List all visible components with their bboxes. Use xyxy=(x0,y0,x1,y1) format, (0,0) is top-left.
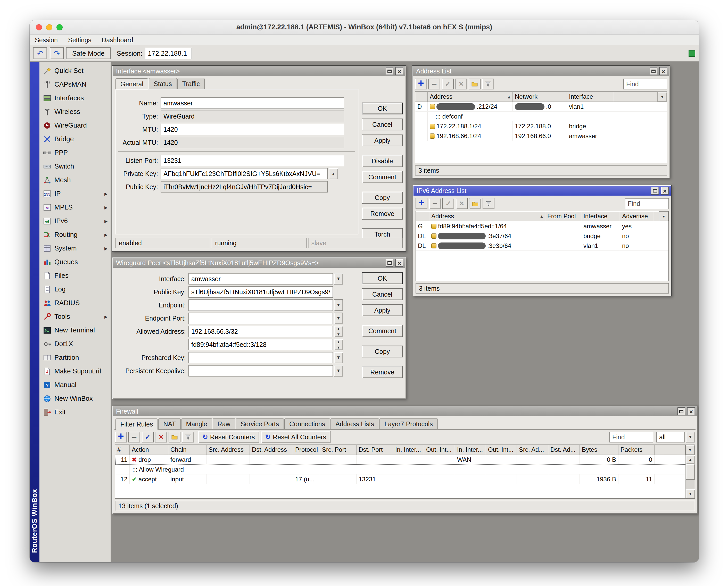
reset-counters-button[interactable]: Reset Counters xyxy=(198,431,259,443)
firewall-close-button[interactable] xyxy=(687,407,695,415)
comment-entry-button[interactable] xyxy=(469,79,480,89)
ok-button[interactable]: OK xyxy=(362,272,403,284)
out-interface-list-column-header[interactable]: Out. Int... xyxy=(486,445,517,455)
endpoint-dropdown-button[interactable] xyxy=(334,299,343,311)
remove-entry-button[interactable] xyxy=(428,79,440,89)
add-button[interactable] xyxy=(416,198,427,209)
sidebar-item-capsman[interactable]: CAPsMAN xyxy=(40,78,111,91)
peer-restore-button[interactable] xyxy=(386,259,393,267)
address-column-header[interactable]: Address xyxy=(429,211,545,221)
interface-window-titlebar[interactable]: Interface <amwasser> xyxy=(113,66,405,76)
num-column-header[interactable]: # xyxy=(115,445,130,455)
dst-address-column-header[interactable]: Dst. Address xyxy=(250,445,293,455)
comment-row[interactable]: ;;; defconf xyxy=(415,112,667,122)
in-interface-column-header[interactable]: In. Inter... xyxy=(393,445,424,455)
tab-address-lists[interactable]: Address Lists xyxy=(331,418,379,429)
disable-entry-button[interactable] xyxy=(456,198,468,209)
sidebar-item-ipv6[interactable]: v6IPv6 xyxy=(40,214,111,228)
address-row[interactable]: D .212/24 .0 vlan1 xyxy=(415,102,667,112)
remove-button[interactable]: Remove xyxy=(362,208,403,219)
mac-minimize-button[interactable] xyxy=(46,24,52,30)
mac-titlebar[interactable]: admin@172.22.188.1 (ARTEMIS) - WinBox (6… xyxy=(30,20,699,34)
ipv6-address-row[interactable]: G fd89:94bf:afa4:f5ed::1/64 amwasser yes xyxy=(416,221,669,231)
sidebar-item-mesh[interactable]: Mesh xyxy=(40,173,111,187)
sidebar-item-manual[interactable]: ?Manual xyxy=(40,378,111,392)
reset-all-counters-button[interactable]: Reset All Counters xyxy=(261,431,331,443)
interface-dropdown-button[interactable] xyxy=(334,273,343,285)
protocol-column-header[interactable]: Protocol xyxy=(293,445,320,455)
interface-column-header[interactable]: Interface xyxy=(581,211,620,221)
bytes-column-header[interactable]: Bytes xyxy=(580,445,619,455)
tab-general[interactable]: General xyxy=(115,78,148,89)
ipv6-address-row[interactable]: DL :3e3b/64 vlan1 no xyxy=(416,241,669,251)
address-list-titlebar[interactable]: Address List xyxy=(413,66,669,76)
allowed-address-input-2[interactable] xyxy=(188,339,333,350)
sidebar-item-system[interactable]: System xyxy=(40,241,111,255)
cancel-button[interactable]: Cancel xyxy=(362,288,403,300)
sidebar-item-switch[interactable]: Switch xyxy=(40,160,111,173)
sidebar-item-queues[interactable]: Queues xyxy=(40,255,111,269)
scroll-down-button[interactable] xyxy=(686,489,695,498)
ipv6-find-input[interactable] xyxy=(625,198,669,209)
scroll-thumb[interactable] xyxy=(686,464,695,480)
redo-button[interactable]: ↷ xyxy=(50,47,64,59)
tab-filter-rules[interactable]: Filter Rules xyxy=(115,419,158,430)
tab-layer7-protocols[interactable]: Layer7 Protocols xyxy=(380,418,438,429)
enable-rule-button[interactable] xyxy=(142,432,154,443)
scroll-up-button[interactable] xyxy=(686,455,695,464)
firewall-find-input[interactable] xyxy=(609,432,653,443)
sidebar-item-new-winbox[interactable]: New WinBox xyxy=(40,392,111,405)
filter-rules-button[interactable] xyxy=(182,432,194,443)
cancel-button[interactable]: Cancel xyxy=(362,118,403,130)
sidebar-item-tools[interactable]: Tools xyxy=(40,310,111,323)
firewall-restore-button[interactable] xyxy=(677,407,685,415)
allowed-address-spinner-1[interactable] xyxy=(334,326,343,337)
flag-column-header[interactable] xyxy=(416,211,429,221)
ok-button[interactable]: OK xyxy=(362,103,403,114)
allowed-address-input-1[interactable] xyxy=(188,326,333,337)
ipv6-address-row[interactable]: DL :3e37/64 bridge no xyxy=(416,231,669,241)
ipv6-list-titlebar[interactable]: IPv6 Address List xyxy=(414,186,671,195)
add-rule-button[interactable] xyxy=(115,432,127,443)
network-column-header[interactable]: Network xyxy=(513,92,567,102)
tab-traffic[interactable]: Traffic xyxy=(177,78,205,89)
copy-button[interactable]: Copy xyxy=(362,192,403,204)
address-row[interactable]: 172.22.188.1/24 172.22.188.0 bridge xyxy=(415,122,667,131)
name-input[interactable] xyxy=(161,98,344,109)
comment-button[interactable]: Comment xyxy=(362,325,403,337)
address-find-input[interactable] xyxy=(623,79,667,89)
address-list-restore-button[interactable] xyxy=(650,67,657,75)
dst-address-list-column-header[interactable]: Dst. Ad... xyxy=(548,445,580,455)
menu-session[interactable]: Session xyxy=(35,36,58,44)
chain-column-header[interactable]: Chain xyxy=(168,445,207,455)
firewall-rule-row[interactable]: 11 drop forward WAN 0 B 0 xyxy=(115,455,695,464)
address-list-close-button[interactable] xyxy=(659,67,667,75)
vertical-scrollbar[interactable] xyxy=(685,455,695,498)
comment-rule-button[interactable] xyxy=(168,432,180,443)
remove-button[interactable]: Remove xyxy=(362,366,403,378)
disable-button[interactable]: Disable xyxy=(362,155,403,167)
remove-rule-button[interactable] xyxy=(128,432,140,443)
sidebar-item-files[interactable]: Files xyxy=(40,269,111,283)
peer-window-titlebar[interactable]: Wireguard Peer <sTl6UjhsaZf5LtNuxiX0181u… xyxy=(113,258,405,268)
sidebar-item-bridge[interactable]: Bridge xyxy=(40,132,111,146)
sidebar-item-new-terminal[interactable]: New Terminal xyxy=(40,323,111,337)
ipv6-list-close-button[interactable] xyxy=(661,187,669,194)
column-chooser-button[interactable] xyxy=(658,92,667,102)
enable-button[interactable] xyxy=(442,198,454,209)
mac-close-button[interactable] xyxy=(36,24,42,30)
session-address-field[interactable]: 172.22.188.1 xyxy=(145,48,192,59)
filter-button[interactable] xyxy=(482,79,494,89)
sidebar-item-radius[interactable]: RADIUS xyxy=(40,296,111,310)
enable-button[interactable] xyxy=(442,79,454,89)
scroll-track[interactable] xyxy=(686,464,695,489)
interface-restore-button[interactable] xyxy=(386,67,393,75)
tab-mangle[interactable]: Mangle xyxy=(181,418,212,429)
private-key-input[interactable] xyxy=(161,168,328,179)
endpoint-port-dropdown-button[interactable] xyxy=(334,313,343,324)
mtu-input[interactable] xyxy=(161,124,344,135)
preshared-key-input[interactable] xyxy=(188,352,333,363)
interface-column-header[interactable]: Interface xyxy=(567,92,613,102)
peer-close-button[interactable] xyxy=(395,259,403,267)
tab-raw[interactable]: Raw xyxy=(213,418,235,429)
